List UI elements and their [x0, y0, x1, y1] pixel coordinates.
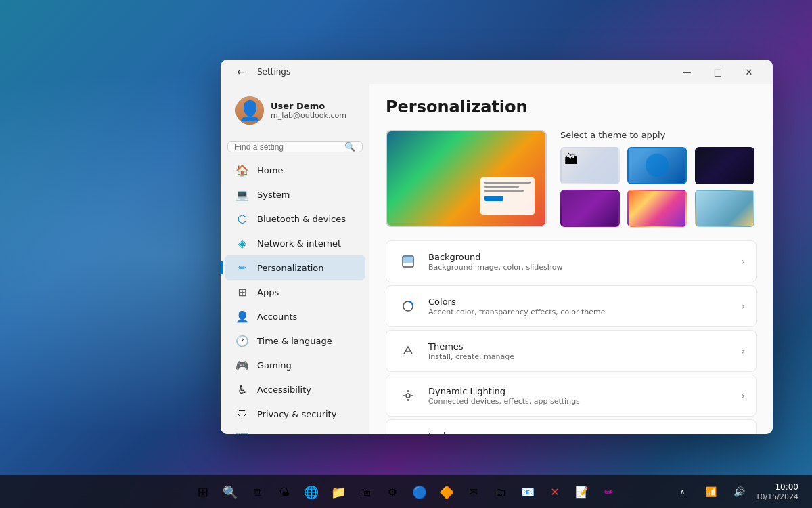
themes-chevron: ›	[741, 345, 745, 356]
theme-thumb-light[interactable]	[560, 147, 620, 184]
time-icon: 🕐	[235, 334, 249, 347]
dynamic-lighting-chevron: ›	[741, 390, 745, 401]
taskbar-explorer[interactable]: 📁	[326, 480, 351, 504]
privacy-icon: 🛡	[235, 407, 249, 421]
themes-text: Themes Install, create, manage	[428, 341, 731, 361]
sidebar-item-personalization[interactable]: ✏ Personalization	[225, 255, 365, 280]
close-button[interactable]: ✕	[734, 61, 765, 83]
taskbar-clock[interactable]: 10:00 10/15/2024	[756, 482, 804, 501]
theme-grid-title: Select a theme to apply	[560, 130, 757, 140]
taskbar-x[interactable]: ✕	[543, 480, 567, 504]
sidebar-item-label-gaming: Gaming	[257, 360, 292, 371]
taskbar-notepad[interactable]: 📝	[570, 480, 594, 504]
background-subtitle: Background image, color, slideshow	[428, 263, 731, 272]
taskbar-search[interactable]: 🔍	[218, 480, 242, 504]
main-panel: Personalization Select	[369, 84, 773, 434]
search-icon: 🔍	[344, 142, 355, 152]
sidebar-item-privacy[interactable]: 🛡 Privacy & security	[225, 402, 365, 426]
colors-chevron: ›	[741, 301, 745, 312]
taskbar-network-icon[interactable]: 📶	[699, 480, 723, 504]
sidebar-item-label-privacy: Privacy & security	[257, 409, 336, 419]
colors-text: Colors Accent color, transparency effect…	[428, 297, 731, 316]
svg-point-4	[406, 394, 410, 398]
user-email: m_lab@outlook.com	[271, 111, 346, 120]
taskbar-outlook[interactable]: 📧	[516, 480, 540, 504]
taskbar-store[interactable]: 🛍	[353, 480, 378, 504]
taskbar-taskview[interactable]: ⧉	[245, 480, 269, 504]
home-icon: 🏠	[235, 163, 249, 177]
sidebar-item-bluetooth[interactable]: ⬡ Bluetooth & devices	[225, 207, 365, 231]
preview-line-3	[484, 190, 524, 192]
user-profile[interactable]: User Demo m_lab@outlook.com	[225, 89, 365, 135]
theme-thumb-glow[interactable]	[560, 190, 620, 227]
preview-line-1	[484, 182, 531, 184]
avatar	[235, 96, 264, 125]
taskbar-mail[interactable]: ✉	[461, 480, 486, 504]
settings-body: User Demo m_lab@outlook.com 🔍 🏠 Home 💻 S…	[221, 84, 773, 434]
maximize-button[interactable]: □	[702, 61, 734, 83]
sidebar-item-home[interactable]: 🏠 Home	[225, 158, 365, 182]
background-icon	[397, 251, 419, 272]
sidebar-item-accessibility[interactable]: ♿ Accessibility	[225, 377, 365, 402]
bluetooth-icon: ⬡	[235, 212, 249, 226]
theme-section: Select a theme to apply	[386, 130, 757, 227]
sidebar-item-system[interactable]: 💻 System	[225, 182, 365, 207]
taskbar-start-button[interactable]: ⊞	[191, 480, 215, 504]
search-box[interactable]: 🔍	[227, 141, 363, 152]
theme-thumb-motion[interactable]	[627, 190, 687, 227]
back-button[interactable]: ←	[231, 62, 250, 81]
theme-thumb-dark[interactable]	[695, 147, 754, 184]
settings-row-themes[interactable]: Themes Install, create, manage ›	[386, 330, 757, 372]
back-icon: ←	[237, 66, 245, 77]
sidebar-item-apps[interactable]: ⊞ Apps	[225, 280, 365, 304]
settings-row-background[interactable]: Background Background image, color, slid…	[386, 240, 757, 282]
dynamic-lighting-subtitle: Connected devices, effects, app settings	[428, 397, 731, 406]
system-icon: 💻	[235, 188, 249, 201]
background-title: Background	[428, 252, 731, 262]
sidebar-item-time[interactable]: 🕐 Time & language	[225, 329, 365, 353]
background-text: Background Background image, color, slid…	[428, 252, 731, 272]
sidebar-item-gaming[interactable]: 🎮 Gaming	[225, 353, 365, 377]
sidebar-item-label-bluetooth: Bluetooth & devices	[257, 214, 346, 224]
user-info: User Demo m_lab@outlook.com	[271, 101, 346, 120]
sidebar-item-update[interactable]: 🔄 Windows Update	[225, 426, 365, 434]
title-bar-left: ← Settings	[231, 62, 290, 81]
settings-row-dynamic-lighting[interactable]: Dynamic Lighting Connected devices, effe…	[386, 375, 757, 417]
sidebar-item-accounts[interactable]: 👤 Accounts	[225, 304, 365, 329]
accessibility-icon: ♿	[235, 383, 249, 396]
taskbar-widgets[interactable]: 🌤	[272, 480, 296, 504]
settings-row-colors[interactable]: Colors Accent color, transparency effect…	[386, 285, 757, 327]
theme-thumb-blue[interactable]	[627, 147, 687, 184]
taskbar-settings-pinned[interactable]: ⚙️	[380, 480, 405, 504]
sidebar-item-label-network: Network & internet	[257, 238, 341, 249]
theme-thumb-flow[interactable]	[695, 190, 754, 227]
theme-preview-content	[480, 177, 535, 215]
gaming-icon: 🎮	[235, 358, 249, 372]
taskbar-pen[interactable]: ✏	[597, 480, 621, 504]
window-title: Settings	[257, 67, 290, 77]
taskbar-edge[interactable]: 🌐	[299, 480, 323, 504]
theme-grid-section: Select a theme to apply	[560, 130, 757, 227]
search-input[interactable]	[235, 142, 339, 152]
user-name: User Demo	[271, 101, 346, 111]
taskbar-files[interactable]: 🗂	[489, 480, 513, 504]
window-controls: — □ ✕	[671, 61, 765, 83]
taskbar-chrome[interactable]: 🔵	[407, 480, 432, 504]
sidebar-item-label-system: System	[257, 190, 290, 200]
dynamic-lighting-title: Dynamic Lighting	[428, 386, 731, 396]
colors-title: Colors	[428, 297, 731, 307]
taskbar-show-hidden[interactable]: ∧	[671, 480, 695, 504]
sidebar-item-label-apps: Apps	[257, 287, 279, 297]
title-bar: ← Settings — □ ✕	[221, 60, 773, 84]
lock-screen-title: Lock screen	[428, 431, 731, 435]
sidebar-item-network[interactable]: ◈ Network & internet	[225, 231, 365, 255]
avatar-face	[235, 96, 264, 125]
dynamic-lighting-icon	[397, 385, 419, 406]
settings-row-lock-screen[interactable]: Lock screen Lock screen images, apps, an…	[386, 419, 757, 434]
sidebar-item-label-update: Windows Update	[257, 433, 331, 435]
taskbar-firefox[interactable]: 🔶	[434, 480, 459, 504]
minimize-button[interactable]: —	[671, 61, 702, 83]
svg-rect-1	[403, 256, 413, 263]
lock-screen-icon	[397, 429, 419, 434]
taskbar-volume-icon[interactable]: 🔊	[727, 480, 752, 504]
